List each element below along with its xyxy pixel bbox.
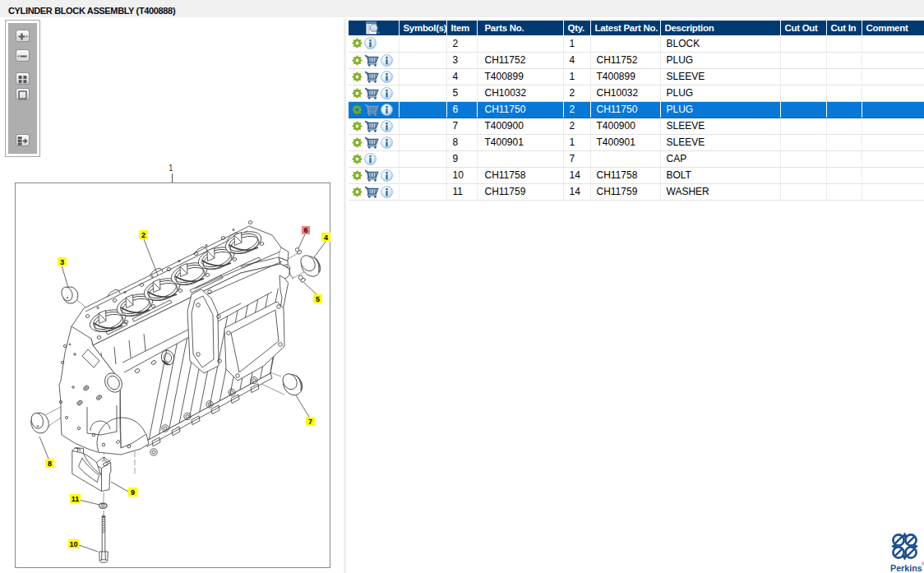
svg-text:5: 5 bbox=[316, 295, 320, 303]
svg-text:8: 8 bbox=[48, 460, 52, 468]
svg-text:2: 2 bbox=[141, 231, 146, 239]
svg-text:3: 3 bbox=[60, 258, 64, 266]
svg-text:9: 9 bbox=[131, 488, 135, 497]
svg-text:10: 10 bbox=[69, 540, 77, 548]
svg-text:4: 4 bbox=[324, 233, 328, 242]
svg-text:6: 6 bbox=[303, 226, 307, 234]
svg-text:11: 11 bbox=[72, 495, 80, 503]
svg-text:7: 7 bbox=[308, 418, 312, 426]
svg-text:Perkins: Perkins bbox=[890, 563, 922, 573]
